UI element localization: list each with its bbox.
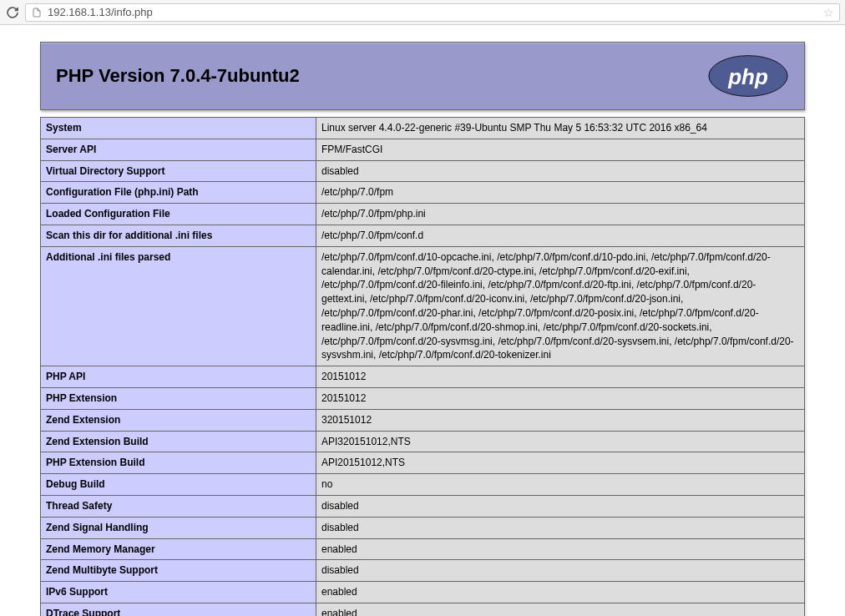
table-row: Zend Extension320151012 — [41, 409, 805, 431]
info-key: Additional .ini files parsed — [41, 246, 316, 366]
info-key: DTrace Support — [41, 603, 316, 616]
info-key: Loaded Configuration File — [41, 204, 316, 225]
table-row: Virtual Directory Supportdisabled — [41, 160, 805, 182]
svg-text:php: php — [727, 64, 768, 89]
info-key: Scan this dir for additional .ini files — [41, 225, 316, 246]
table-row: Server APIFPM/FastCGI — [41, 139, 805, 160]
info-key: PHP API — [41, 366, 316, 388]
table-row: SystemLinux server 4.4.0-22-generic #39-… — [41, 118, 805, 139]
info-value: /etc/php/7.0/fpm/conf.d — [316, 225, 805, 246]
url-input[interactable] — [48, 6, 818, 18]
info-key: Virtual Directory Support — [41, 160, 316, 182]
info-key: Server API — [41, 139, 316, 160]
info-value: FPM/FastCGI — [316, 139, 805, 160]
reload-icon[interactable] — [5, 5, 20, 20]
address-bar[interactable]: ☆ — [25, 3, 840, 22]
info-key: Debug Build — [41, 474, 316, 496]
info-key: Thread Safety — [41, 495, 316, 517]
info-value: 20151012 — [316, 366, 805, 388]
info-key: Zend Extension — [41, 409, 316, 431]
info-key: PHP Extension Build — [41, 452, 316, 474]
info-key: Zend Multibyte Support — [41, 560, 316, 582]
table-row: DTrace Supportenabled — [41, 603, 805, 616]
info-value: API320151012,NTS — [316, 431, 805, 452]
php-version-title: PHP Version 7.0.4-7ubuntu2 — [56, 65, 300, 87]
info-value: disabled — [316, 560, 805, 582]
info-value: API20151012,NTS — [316, 452, 805, 474]
table-row: PHP Extension20151012 — [41, 387, 805, 409]
table-row: IPv6 Supportenabled — [41, 582, 805, 603]
page-icon — [31, 7, 43, 18]
info-value: /etc/php/7.0/fpm/php.ini — [316, 204, 805, 225]
table-row: PHP API20151012 — [41, 366, 805, 388]
table-row: Additional .ini files parsed/etc/php/7.0… — [41, 246, 805, 366]
info-value: enabled — [316, 582, 805, 603]
info-value: enabled — [316, 603, 805, 616]
php-header: PHP Version 7.0.4-7ubuntu2 php — [40, 42, 805, 110]
info-value: /etc/php/7.0/fpm/conf.d/10-opcache.ini, … — [316, 246, 805, 366]
table-row: Scan this dir for additional .ini files/… — [41, 225, 805, 246]
info-value: disabled — [316, 495, 805, 517]
info-value: 20151012 — [316, 387, 805, 409]
bookmark-star-icon[interactable]: ☆ — [823, 6, 834, 19]
info-key: Configuration File (php.ini) Path — [41, 182, 316, 204]
info-value: disabled — [316, 517, 805, 538]
table-row: Loaded Configuration File/etc/php/7.0/fp… — [41, 204, 805, 225]
info-key: IPv6 Support — [41, 582, 316, 603]
info-value: Linux server 4.4.0-22-generic #39-Ubuntu… — [316, 118, 805, 139]
table-row: PHP Extension BuildAPI20151012,NTS — [41, 452, 805, 474]
info-value: no — [316, 474, 805, 496]
table-row: Debug Buildno — [41, 474, 805, 496]
info-key: PHP Extension — [41, 387, 316, 409]
page-content: PHP Version 7.0.4-7ubuntu2 php SystemLin… — [0, 25, 845, 616]
info-key: Zend Extension Build — [41, 431, 316, 452]
table-row: Configuration File (php.ini) Path/etc/ph… — [41, 182, 805, 204]
browser-toolbar: ☆ — [0, 0, 845, 25]
info-value: enabled — [316, 538, 805, 560]
table-row: Zend Memory Managerenabled — [41, 538, 805, 560]
info-key: Zend Signal Handling — [41, 517, 316, 538]
table-row: Zend Signal Handlingdisabled — [41, 517, 805, 538]
phpinfo-table: SystemLinux server 4.4.0-22-generic #39-… — [40, 117, 805, 616]
info-key: Zend Memory Manager — [41, 538, 316, 560]
table-row: Zend Extension BuildAPI320151012,NTS — [41, 431, 805, 452]
table-row: Zend Multibyte Supportdisabled — [41, 560, 805, 582]
info-key: System — [41, 118, 316, 139]
info-value: 320151012 — [316, 409, 805, 431]
info-value: disabled — [316, 160, 805, 182]
table-row: Thread Safetydisabled — [41, 495, 805, 517]
php-logo: php — [707, 54, 789, 98]
info-value: /etc/php/7.0/fpm — [316, 182, 805, 204]
